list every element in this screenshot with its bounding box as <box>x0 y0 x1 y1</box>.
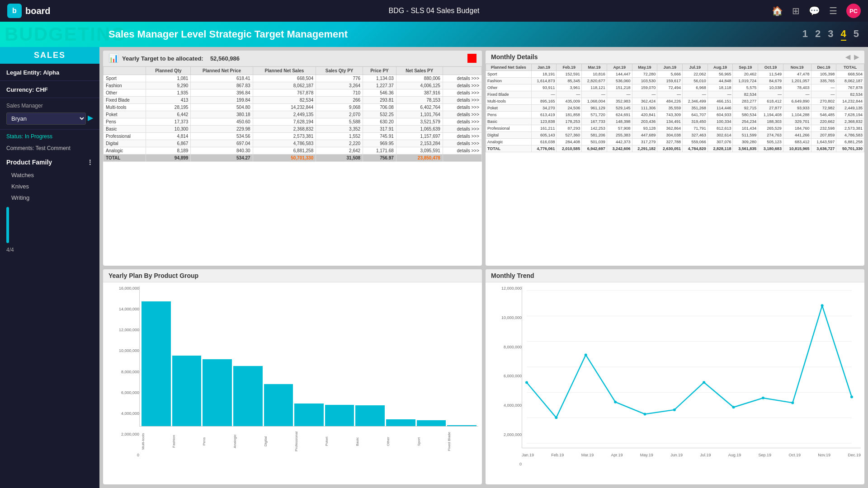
yearly-plan-panel: Yearly Plan By Product Group 16,000,000 … <box>103 269 482 484</box>
col-net-sales-py: Net Sales PY <box>396 67 443 75</box>
monthly-row-value: 47,478 <box>783 71 811 78</box>
row-price-py: 756.97 <box>363 155 396 162</box>
bar-chart-bar[interactable] <box>294 404 324 426</box>
product-family-more-icon[interactable]: ⋮ <box>87 159 93 166</box>
chat-icon[interactable]: 💬 <box>809 5 820 16</box>
monthly-row-value: 167,733 <box>582 118 607 125</box>
step-4[interactable]: 4 <box>841 28 846 41</box>
monthly-row-value: 302,614 <box>708 132 733 139</box>
monthly-row-value: 3,636,727 <box>811 145 836 152</box>
monthly-col-header: Jun.19 <box>657 64 683 71</box>
row-planned-qty: 6,442 <box>146 111 191 118</box>
menu-icon[interactable]: ☰ <box>829 5 837 16</box>
bar-chart-label: Digital <box>264 429 293 453</box>
monthly-nav-left[interactable]: ◀ <box>845 53 850 61</box>
monthly-row-value: 82,534 <box>733 91 758 98</box>
sidebar-currency: Currency: CHF <box>0 81 99 98</box>
step-2[interactable]: 2 <box>815 28 821 41</box>
row-net-sales-py: 23,850,478 <box>396 155 443 162</box>
row-link[interactable]: details >>> <box>443 111 481 118</box>
monthly-row-value: 1,201,057 <box>783 78 811 84</box>
bar-chart-bar[interactable] <box>417 420 446 426</box>
bar-chart-label: Analogic <box>233 429 262 453</box>
table-row: Poket34,27024,506961,129529,145111,30635… <box>486 105 864 112</box>
monthly-row-value: 7,628,194 <box>836 112 864 118</box>
monthly-row-value: 72,982 <box>811 105 836 112</box>
row-name: Pens <box>104 118 146 126</box>
row-price-py: 706.08 <box>363 104 396 111</box>
monthly-row-value: 20,462 <box>733 71 758 78</box>
monthly-row-value: 84,679 <box>758 78 783 84</box>
monthly-nav-right[interactable]: ▶ <box>854 53 859 61</box>
product-item[interactable]: Knives <box>6 181 93 192</box>
row-link[interactable]: details >>> <box>443 118 481 126</box>
grid-icon[interactable]: ⊞ <box>792 5 800 16</box>
row-name: Sport <box>104 75 146 82</box>
bar-chart-label: Other <box>386 429 415 453</box>
monthly-row-value: 56,965 <box>708 71 733 78</box>
sales-manager-select[interactable]: Bryan <box>6 113 86 125</box>
monthly-row-value: 352,983 <box>607 98 632 105</box>
bar-chart-bar[interactable] <box>447 425 476 426</box>
monthly-row-value: 114,446 <box>708 105 733 112</box>
bar-chart-bar[interactable] <box>203 359 232 426</box>
top-icons: 🏠 ⊞ 💬 ☰ PC <box>772 4 861 18</box>
user-avatar[interactable]: PC <box>846 4 861 18</box>
row-link[interactable]: details >>> <box>443 140 481 147</box>
home-icon[interactable]: 🏠 <box>772 5 783 16</box>
row-planned-net-price: 504.80 <box>191 104 253 111</box>
bar-chart-bar[interactable] <box>172 356 202 426</box>
row-planned-net-price: 534.56 <box>191 133 253 140</box>
svg-point-7 <box>525 381 528 384</box>
row-net-sales-py: 387,916 <box>396 89 443 97</box>
row-link[interactable]: details >>> <box>443 126 481 133</box>
row-planned-net-sales: 50,701,330 <box>253 155 316 162</box>
monthly-row-value: 134,491 <box>657 118 683 125</box>
monthly-row-value: 2,573,381 <box>836 125 864 132</box>
bar-chart-bar[interactable] <box>142 301 171 426</box>
row-link[interactable]: details >>> <box>443 89 481 97</box>
monthly-row-value: 10,816 <box>582 71 607 78</box>
row-name: Poket <box>104 111 146 118</box>
sidebar-status: Status: In Progress <box>0 130 99 143</box>
monthly-row-value: 613,419 <box>531 112 557 118</box>
monthly-row-value: 71,791 <box>683 125 708 132</box>
yearly-plan-title: Yearly Plan By Product Group <box>108 272 198 279</box>
monthly-row-value: 14,232,844 <box>836 98 864 105</box>
monthly-row-value: 1,614,873 <box>531 78 557 84</box>
row-planned-qty: 94,899 <box>146 155 191 162</box>
sidebar-sales-header: SALES <box>0 47 99 64</box>
bar-chart-label: Professional <box>294 429 324 453</box>
monthly-row-value: 1,019,724 <box>733 78 758 84</box>
bar-chart-bar[interactable] <box>325 405 354 426</box>
monthly-col-header: Nov.19 <box>783 64 811 71</box>
bar-chart-bar[interactable] <box>386 419 415 426</box>
row-planned-net-sales: 2,449,135 <box>253 111 316 118</box>
step-1[interactable]: 1 <box>802 28 808 41</box>
product-item[interactable]: Watches <box>6 169 93 181</box>
sales-manager-arrow[interactable]: ▶ <box>88 113 93 122</box>
row-link[interactable]: details >>> <box>443 97 481 104</box>
row-planned-qty: 10,300 <box>146 126 191 133</box>
row-link[interactable]: details >>> <box>443 147 481 155</box>
bar-chart-bar[interactable] <box>264 384 293 426</box>
row-link[interactable]: details >>> <box>443 133 481 140</box>
step-5[interactable]: 5 <box>854 28 859 41</box>
bar-chart-bar[interactable] <box>233 366 263 426</box>
row-link[interactable]: details >>> <box>443 75 481 82</box>
product-item[interactable]: Writing <box>6 192 93 203</box>
monthly-row-value: 2,820,677 <box>582 78 607 84</box>
monthly-row-value: 668,504 <box>836 71 864 78</box>
yearly-plan-header: Yearly Plan By Product Group <box>103 269 482 282</box>
monthly-row-value: 4,786,583 <box>836 132 864 139</box>
monthly-row-value: 44,848 <box>708 78 733 84</box>
line-chart-svg <box>522 286 861 448</box>
monthly-col-header: Planned Net Sales <box>486 64 532 71</box>
step-3[interactable]: 3 <box>828 28 833 41</box>
monthly-row-value: 309,280 <box>733 139 758 145</box>
row-link[interactable]: details >>> <box>443 104 481 111</box>
bar-chart-bar[interactable] <box>355 405 385 426</box>
monthly-row-value: — <box>783 91 811 98</box>
table-row: Other 1,935 396.84 767,878 710 546.36 38… <box>104 89 482 97</box>
row-link[interactable]: details >>> <box>443 82 481 89</box>
